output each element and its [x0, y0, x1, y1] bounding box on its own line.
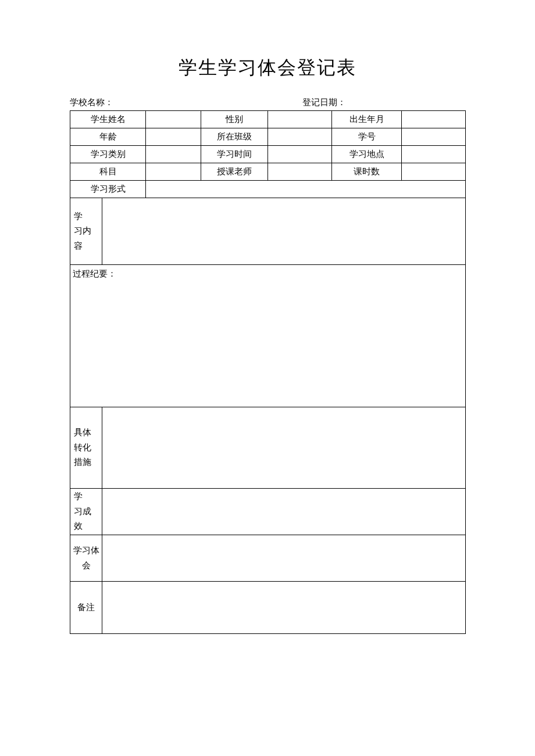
label-remark: 备注: [70, 582, 102, 634]
label-experience: 学习体会: [70, 535, 102, 582]
value-birth: [402, 111, 466, 128]
label-process-summary: 过程纪要：: [70, 265, 466, 407]
row-category: 学习类别 学习时间 学习地点: [70, 146, 466, 163]
header-line: 学校名称： 登记日期：: [70, 97, 465, 108]
label-effect: 学 习成效: [70, 489, 102, 535]
label-age: 年龄: [70, 128, 146, 146]
value-student-name: [146, 111, 201, 128]
label-student-id: 学号: [332, 128, 402, 146]
value-gender: [268, 111, 332, 128]
label-subject: 科目: [70, 163, 146, 181]
value-study-form: [146, 181, 466, 198]
register-date-label: 登记日期：: [302, 97, 465, 108]
row-content: 学 习内容: [70, 198, 466, 265]
label-measures: 具体转化措施: [70, 407, 102, 489]
row-measures: 具体转化措施: [70, 407, 466, 489]
row-process: 过程纪要：: [70, 265, 466, 407]
label-gender: 性别: [201, 111, 268, 128]
page-title: 学生学习体会登记表: [70, 55, 465, 81]
label-student-name: 学生姓名: [70, 111, 146, 128]
value-teacher: [268, 163, 332, 181]
value-study-content: [102, 198, 466, 265]
label-study-time: 学习时间: [201, 146, 268, 163]
label-hours: 课时数: [332, 163, 402, 181]
value-hours: [402, 163, 466, 181]
value-measures: [102, 407, 466, 489]
row-form: 学习形式: [70, 181, 466, 198]
row-remark: 备注: [70, 582, 466, 634]
value-class: [268, 128, 332, 146]
school-name-label: 学校名称：: [70, 97, 302, 108]
form-table: 学生姓名 性别 出生年月 年龄 所在班级 学号 学习类别 学习时间 学习地点 科…: [70, 110, 466, 634]
row-name: 学生姓名 性别 出生年月: [70, 111, 466, 128]
row-age: 年龄 所在班级 学号: [70, 128, 466, 146]
label-birth: 出生年月: [332, 111, 402, 128]
value-remark: [102, 582, 466, 634]
value-subject: [146, 163, 201, 181]
value-effect: [102, 489, 466, 535]
value-student-id: [402, 128, 466, 146]
value-age: [146, 128, 201, 146]
value-location: [402, 146, 466, 163]
label-teacher: 授课老师: [201, 163, 268, 181]
label-location: 学习地点: [332, 146, 402, 163]
label-study-content: 学 习内容: [70, 198, 102, 265]
value-category: [146, 146, 201, 163]
value-experience: [102, 535, 466, 582]
row-effect: 学 习成效: [70, 489, 466, 535]
label-study-form: 学习形式: [70, 181, 146, 198]
value-study-time: [268, 146, 332, 163]
row-experience: 学习体会: [70, 535, 466, 582]
label-class: 所在班级: [201, 128, 268, 146]
label-category: 学习类别: [70, 146, 146, 163]
row-subject: 科目 授课老师 课时数: [70, 163, 466, 181]
